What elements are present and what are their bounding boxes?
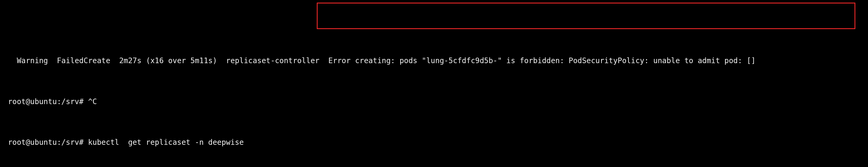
prompt-line-interrupt: root@ubuntu:/srv# ^C bbox=[8, 97, 860, 107]
command-text: kubectl get replicaset -n deepwise bbox=[88, 138, 244, 147]
event-reason: FailedCreate bbox=[57, 56, 110, 65]
terminal-window[interactable]: Warning FailedCreate 2m27s (x16 over 5m1… bbox=[0, 0, 868, 167]
interrupt: ^C bbox=[88, 97, 97, 106]
event-error: Error creating: pods "lung-5cfdfc9d5b-" … bbox=[329, 56, 755, 65]
prompt-line-command[interactable]: root@ubuntu:/srv# kubectl get replicaset… bbox=[8, 137, 860, 148]
shell-prompt: root@ubuntu:/srv# bbox=[8, 138, 84, 147]
shell-prompt: root@ubuntu:/srv# bbox=[8, 97, 84, 106]
event-from: replicaset-controller bbox=[226, 56, 319, 65]
event-line: Warning FailedCreate 2m27s (x16 over 5m1… bbox=[8, 56, 860, 66]
event-type: Warning bbox=[17, 56, 48, 65]
event-count: (x16 over 5m11s) bbox=[146, 56, 217, 65]
error-highlight-box bbox=[317, 3, 855, 29]
event-age: 2m27s bbox=[119, 56, 141, 65]
